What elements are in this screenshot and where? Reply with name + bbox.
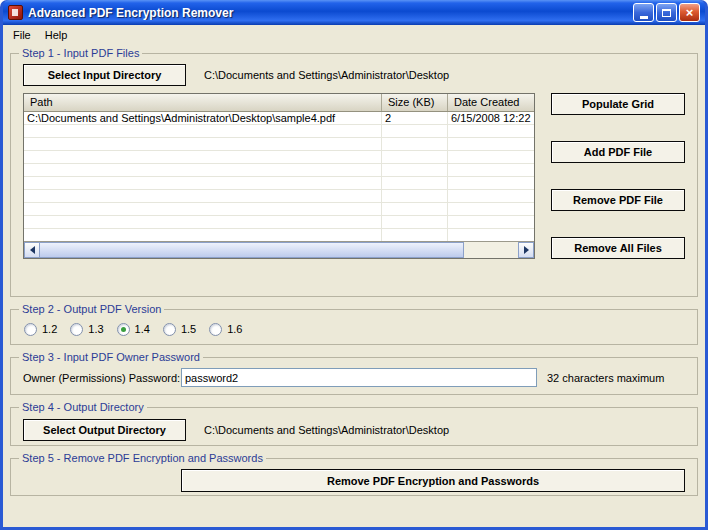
radio-version-1-4[interactable]: 1.4 — [117, 323, 150, 336]
owner-password-input[interactable] — [181, 368, 537, 387]
step1-group: Step 1 - Input PDF Files Select Input Di… — [10, 47, 698, 297]
maximize-button[interactable] — [656, 3, 677, 22]
remove-pdf-file-button[interactable]: Remove PDF File — [551, 189, 685, 211]
grid-empty-row — [24, 164, 534, 177]
grid-side-buttons: Populate Grid Add PDF File Remove PDF Fi… — [551, 93, 685, 259]
step3-group: Step 3 - Input PDF Owner Password Owner … — [10, 351, 698, 395]
radio-version-1-5[interactable]: 1.5 — [163, 323, 196, 336]
step4-legend: Step 4 - Output Directory — [19, 401, 147, 413]
scroll-left-button[interactable] — [24, 242, 40, 258]
radio-icon — [70, 323, 83, 336]
pdf-version-radios: 1.2 1.3 1.4 1.5 1.6 — [24, 320, 684, 338]
remove-all-files-button[interactable]: Remove All Files — [551, 237, 685, 259]
titlebar-buttons: × — [633, 3, 700, 22]
grid-empty-row — [24, 151, 534, 164]
grid-empty-row — [24, 190, 534, 203]
window-title: Advanced PDF Encryption Remover — [28, 6, 628, 20]
scrollbar-thumb[interactable] — [40, 242, 464, 258]
step3-legend: Step 3 - Input PDF Owner Password — [19, 351, 203, 363]
titlebar[interactable]: Advanced PDF Encryption Remover × — [3, 0, 705, 25]
grid-empty-row — [24, 216, 534, 229]
app-icon — [8, 5, 23, 20]
input-directory-row: Select Input Directory C:\Documents and … — [23, 64, 685, 86]
grid-horizontal-scrollbar[interactable] — [24, 241, 534, 258]
pdf-file-grid: Path Size (KB) Date Created C:\Documents… — [23, 93, 535, 259]
grid-zone: Path Size (KB) Date Created C:\Documents… — [23, 93, 685, 259]
minimize-icon — [640, 16, 648, 19]
spacer — [23, 469, 181, 492]
step1-legend: Step 1 - Input PDF Files — [19, 47, 142, 59]
maximize-icon — [662, 9, 671, 17]
remove-encryption-row: Remove PDF Encryption and Passwords — [23, 469, 685, 492]
grid-row-sample4[interactable]: C:\Documents and Settings\Administrator\… — [24, 112, 534, 125]
radio-label: 1.6 — [227, 323, 242, 335]
menu-help[interactable]: Help — [38, 27, 75, 43]
cell-path: C:\Documents and Settings\Administrator\… — [24, 112, 382, 124]
radio-version-1-3[interactable]: 1.3 — [70, 323, 103, 336]
step2-legend: Step 2 - Output PDF Version — [19, 303, 164, 315]
scroll-left-icon — [26, 246, 35, 254]
radio-icon — [24, 323, 37, 336]
populate-grid-button[interactable]: Populate Grid — [551, 93, 685, 115]
column-header-size[interactable]: Size (KB) — [382, 94, 448, 111]
select-input-directory-button[interactable]: Select Input Directory — [23, 64, 186, 86]
minimize-button[interactable] — [633, 3, 654, 22]
select-output-directory-button[interactable]: Select Output Directory — [23, 419, 186, 441]
menu-file[interactable]: File — [6, 27, 38, 43]
radio-version-1-6[interactable]: 1.6 — [209, 323, 242, 336]
cell-size: 2 — [382, 112, 448, 124]
grid-empty-row — [24, 125, 534, 138]
owner-password-row: Owner (Permissions) Password: 32 charact… — [23, 368, 685, 387]
menubar: File Help — [3, 25, 705, 45]
close-button[interactable]: × — [679, 3, 700, 22]
owner-password-label: Owner (Permissions) Password: — [23, 372, 181, 384]
radio-selected-icon — [117, 323, 130, 336]
scroll-right-icon — [524, 246, 533, 254]
input-directory-path: C:\Documents and Settings\Administrator\… — [204, 69, 449, 81]
step4-group: Step 4 - Output Directory Select Output … — [10, 401, 698, 446]
step5-legend: Step 5 - Remove PDF Encryption and Passw… — [19, 452, 266, 464]
cell-date-created: 6/15/2008 12:22 — [448, 112, 534, 124]
password-max-length-hint: 32 characters maximum — [547, 372, 664, 384]
grid-empty-row — [24, 177, 534, 190]
grid-header: Path Size (KB) Date Created — [24, 94, 534, 112]
output-directory-row: Select Output Directory C:\Documents and… — [23, 419, 685, 441]
remove-encryption-button[interactable]: Remove PDF Encryption and Passwords — [181, 469, 685, 492]
scroll-right-button[interactable] — [518, 242, 534, 258]
radio-label: 1.2 — [42, 323, 57, 335]
client-area: File Help Step 1 - Input PDF Files Selec… — [3, 25, 705, 527]
step5-group: Step 5 - Remove PDF Encryption and Passw… — [10, 452, 698, 496]
step2-group: Step 2 - Output PDF Version 1.2 1.3 1.4 … — [10, 303, 698, 345]
radio-label: 1.3 — [88, 323, 103, 335]
radio-icon — [209, 323, 222, 336]
radio-icon — [163, 323, 176, 336]
grid-empty-row — [24, 203, 534, 216]
output-directory-path: C:\Documents and Settings\Administrator\… — [204, 424, 449, 436]
column-header-path[interactable]: Path — [24, 94, 382, 111]
grid-empty-row — [24, 229, 534, 241]
radio-label: 1.4 — [135, 323, 150, 335]
scrollbar-track[interactable] — [464, 242, 518, 258]
grid-body: C:\Documents and Settings\Administrator\… — [24, 112, 534, 241]
add-pdf-file-button[interactable]: Add PDF File — [551, 141, 685, 163]
radio-label: 1.5 — [181, 323, 196, 335]
app-window: Advanced PDF Encryption Remover × File H… — [0, 0, 708, 530]
grid-empty-row — [24, 138, 534, 151]
column-header-date-created[interactable]: Date Created — [448, 94, 534, 111]
radio-version-1-2[interactable]: 1.2 — [24, 323, 57, 336]
close-icon: × — [686, 6, 694, 19]
